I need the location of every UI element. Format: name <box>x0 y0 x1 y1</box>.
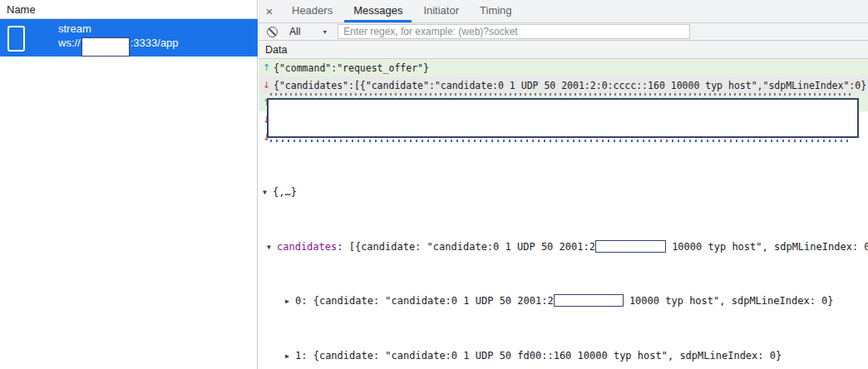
network-request-sidebar: Name stream ws://:3333/app <box>0 0 258 369</box>
tab-messages[interactable]: Messages <box>344 0 412 22</box>
tab-initiator[interactable]: Initiator <box>414 0 468 22</box>
message-text: {"candidates":[{"candidate":"candidate:0… <box>274 80 868 91</box>
message-filter-toolbar: All ▼ <box>259 23 868 41</box>
message-type-dropdown[interactable]: All <box>289 26 300 37</box>
regex-filter-input[interactable] <box>338 24 690 39</box>
array-index: 0: <box>295 295 307 307</box>
name-column-header[interactable]: Name <box>0 0 257 19</box>
value-text: 10000 typ host", sdpMLineIndex: 0} <box>624 295 834 307</box>
redaction-box-messages <box>267 98 859 138</box>
arrow-down-icon: ↓ <box>261 80 272 91</box>
message-row-received[interactable]: ↓ {"candidates":[{"candidate":"candidate… <box>259 76 868 94</box>
tree-root-row[interactable]: ▼{,…} <box>259 185 868 199</box>
redaction-box-item-0 <box>554 294 624 307</box>
tree-item-row-0[interactable]: ▶0: {candidate: "candidate:0 1 UDP 50 20… <box>259 294 868 308</box>
url-suffix: :3333/app <box>131 37 179 49</box>
request-name: stream <box>58 22 91 35</box>
tab-timing[interactable]: Timing <box>471 0 521 22</box>
websocket-request-row[interactable]: stream ws://:3333/app <box>0 19 258 57</box>
message-list: ↑ {"command":"request_offer"} ↓ {"candid… <box>259 59 868 146</box>
arrow-up-icon: ↑ <box>261 62 272 73</box>
collapsed-triangle-icon[interactable]: ▶ <box>285 295 295 308</box>
clear-filter-icon[interactable] <box>267 27 278 37</box>
data-column-header: Data <box>259 41 868 59</box>
close-icon[interactable]: × <box>259 0 280 22</box>
chevron-down-icon: ▼ <box>322 29 328 35</box>
detail-tab-bar: × Headers Messages Initiator Timing <box>259 0 868 23</box>
tree-item-row-1[interactable]: ▶1: {candidate: "candidate:0 1 UDP 50 fd… <box>259 349 868 362</box>
tab-headers[interactable]: Headers <box>283 0 342 22</box>
array-index: 1: <box>295 350 307 362</box>
tree-candidates-row[interactable]: ▼candidates: [{candidate: "candidate:0 1… <box>259 240 868 253</box>
request-url: ws://:3333/app <box>58 37 179 58</box>
clipped-text-sliver-bottom <box>270 140 851 142</box>
expanded-triangle-icon[interactable]: ▼ <box>263 186 273 199</box>
collapsed-triangle-icon[interactable]: ▶ <box>285 350 295 363</box>
websocket-icon <box>7 26 25 52</box>
expanded-triangle-icon[interactable]: ▼ <box>267 241 277 254</box>
value-text: : [{candidate: "candidate:0 1 UDP 50 200… <box>337 241 595 253</box>
value-text: {candidate: "candidate:0 1 UDP 50 fd00::… <box>307 350 782 362</box>
message-text: {"command":"request_offer"} <box>274 62 429 74</box>
clipped-text-sliver-top <box>270 93 852 96</box>
websocket-detail-panel: × Headers Messages Initiator Timing All … <box>259 0 868 369</box>
value-text: 10000 typ host", sdpMLineIndex: 0},…] <box>666 241 868 253</box>
url-prefix: ws:// <box>58 37 81 49</box>
value-text: {candidate: "candidate:0 1 UDP 50 2001:2 <box>307 295 553 307</box>
root-preview: {,…} <box>273 186 297 198</box>
message-row-sent[interactable]: ↑ {"command":"request_offer"} <box>259 59 868 76</box>
property-name: candidates <box>277 241 337 253</box>
redaction-box-candidates <box>595 240 666 253</box>
redaction-box-url <box>81 37 130 57</box>
message-json-tree: ▼{,…} ▼candidates: [{candidate: "candida… <box>259 145 868 369</box>
